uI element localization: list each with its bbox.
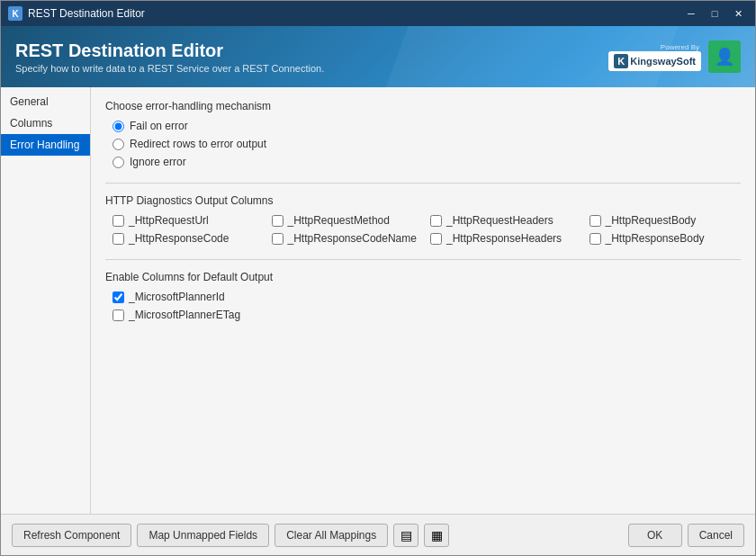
header-logo: Powered By K KingswaySoft 👤 bbox=[608, 40, 741, 73]
app-icon: K bbox=[8, 6, 22, 21]
divider-1 bbox=[105, 183, 741, 184]
table-icon: ▤ bbox=[400, 528, 412, 543]
httpResponseHeaders-label: _HttpResponseHeaders bbox=[446, 232, 562, 245]
ignore-error-radio[interactable] bbox=[112, 157, 124, 168]
title-bar-controls: ─ □ ✕ bbox=[681, 5, 748, 22]
radio-redirect-rows[interactable]: Redirect rows to error output bbox=[112, 138, 741, 150]
httpRequestUrl-label: _HttpRequestUrl bbox=[129, 214, 209, 227]
radio-fail-on-error[interactable]: Fail on error bbox=[112, 120, 741, 132]
grid-icon: ▦ bbox=[431, 528, 443, 543]
sidebar-item-columns[interactable]: Columns bbox=[1, 112, 90, 134]
default-output-label: Enable Columns for Default Output bbox=[105, 271, 741, 283]
checkbox-microsoftPlannerId[interactable]: _MicrosoftPlannerId bbox=[112, 291, 741, 303]
error-handling-section: Choose error-handling mechanism Fail on … bbox=[105, 100, 741, 168]
clear-all-mappings-button[interactable]: Clear All Mappings bbox=[274, 524, 388, 547]
httpRequestBody-label: _HttpRequestBody bbox=[606, 214, 697, 227]
header-title: REST Destination Editor bbox=[15, 40, 324, 61]
icon-button-1[interactable]: ▤ bbox=[393, 524, 418, 547]
title-bar-left: K REST Destination Editor bbox=[8, 6, 145, 21]
httpResponseCode-label: _HttpResponseCode bbox=[129, 232, 229, 245]
powered-by-text: Powered By bbox=[661, 43, 699, 51]
icon-button-2[interactable]: ▦ bbox=[424, 524, 449, 547]
httpResponseHeaders-checkbox[interactable] bbox=[430, 233, 442, 245]
error-handling-radio-group: Fail on error Redirect rows to error out… bbox=[112, 120, 741, 168]
sidebar-item-general[interactable]: General bbox=[1, 91, 90, 112]
fail-on-error-label: Fail on error bbox=[130, 120, 188, 132]
httpResponseBody-label: _HttpResponseBody bbox=[606, 232, 705, 245]
checkbox-microsoftPlannerETag[interactable]: _MicrosoftPlannerETag bbox=[112, 309, 741, 321]
httpRequestMethod-checkbox[interactable] bbox=[272, 215, 284, 227]
ignore-error-label: Ignore error bbox=[130, 156, 186, 168]
httpRequestBody-checkbox[interactable] bbox=[590, 215, 601, 227]
minimize-button[interactable]: ─ bbox=[681, 5, 701, 22]
error-handling-label: Choose error-handling mechanism bbox=[105, 100, 741, 112]
sidebar: General Columns Error Handling bbox=[1, 87, 91, 514]
sidebar-item-error-handling[interactable]: Error Handling bbox=[1, 134, 90, 156]
redirect-rows-radio[interactable] bbox=[112, 139, 124, 150]
httpResponseCodeName-checkbox[interactable] bbox=[272, 233, 284, 245]
brand-k-icon: K bbox=[614, 54, 628, 68]
checkbox-httpResponseCode[interactable]: _HttpResponseCode bbox=[112, 232, 265, 245]
footer-right: OK Cancel bbox=[628, 524, 744, 547]
microsoftPlannerETag-checkbox[interactable] bbox=[112, 309, 124, 321]
fail-on-error-radio[interactable] bbox=[112, 121, 124, 132]
httpRequestHeaders-label: _HttpRequestHeaders bbox=[446, 214, 554, 227]
maximize-button[interactable]: □ bbox=[705, 5, 724, 22]
main-content: General Columns Error Handling Choose er… bbox=[1, 87, 755, 514]
divider-2 bbox=[105, 259, 741, 260]
httpResponseBody-checkbox[interactable] bbox=[590, 233, 601, 245]
title-bar: K REST Destination Editor ─ □ ✕ bbox=[1, 1, 755, 26]
httpRequestMethod-label: _HttpRequestMethod bbox=[288, 214, 390, 227]
microsoftPlannerETag-label: _MicrosoftPlannerETag bbox=[129, 309, 240, 321]
http-diagnostics-label: HTTP Diagnostics Output Columns bbox=[105, 194, 741, 207]
footer: Refresh Component Map Unmapped Fields Cl… bbox=[1, 514, 755, 555]
http-diagnostics-grid: _HttpRequestUrl _HttpRequestMethod _Http… bbox=[112, 214, 741, 245]
header-banner: REST Destination Editor Specify how to w… bbox=[1, 26, 755, 87]
checkbox-httpResponseHeaders[interactable]: _HttpResponseHeaders bbox=[430, 232, 582, 245]
refresh-component-button[interactable]: Refresh Component bbox=[12, 524, 131, 547]
microsoftPlannerId-checkbox[interactable] bbox=[112, 291, 124, 303]
default-output-section: Enable Columns for Default Output _Micro… bbox=[105, 271, 741, 321]
httpResponseCode-checkbox[interactable] bbox=[112, 233, 124, 245]
default-output-checkboxes: _MicrosoftPlannerId _MicrosoftPlannerETa… bbox=[112, 291, 741, 321]
footer-left: Refresh Component Map Unmapped Fields Cl… bbox=[12, 524, 449, 547]
checkbox-httpRequestHeaders[interactable]: _HttpRequestHeaders bbox=[430, 214, 582, 227]
brand-name: KingswaySoft bbox=[630, 56, 696, 67]
checkbox-httpRequestUrl[interactable]: _HttpRequestUrl bbox=[112, 214, 265, 227]
httpRequestUrl-checkbox[interactable] bbox=[112, 215, 124, 227]
ok-button[interactable]: OK bbox=[628, 524, 682, 547]
header-subtitle: Specify how to write data to a REST Serv… bbox=[15, 63, 324, 74]
checkbox-httpRequestBody[interactable]: _HttpRequestBody bbox=[590, 214, 742, 227]
checkbox-httpResponseBody[interactable]: _HttpResponseBody bbox=[590, 232, 742, 245]
http-diagnostics-section: HTTP Diagnostics Output Columns _HttpReq… bbox=[105, 194, 741, 245]
cancel-button[interactable]: Cancel bbox=[688, 524, 744, 547]
user-button[interactable]: 👤 bbox=[708, 40, 741, 73]
redirect-rows-label: Redirect rows to error output bbox=[130, 138, 266, 150]
checkbox-httpRequestMethod[interactable]: _HttpRequestMethod bbox=[272, 214, 424, 227]
microsoftPlannerId-label: _MicrosoftPlannerId bbox=[129, 291, 225, 303]
map-unmapped-fields-button[interactable]: Map Unmapped Fields bbox=[137, 524, 269, 547]
httpRequestHeaders-checkbox[interactable] bbox=[430, 215, 442, 227]
httpResponseCodeName-label: _HttpResponseCodeName bbox=[288, 232, 417, 245]
content-area: Choose error-handling mechanism Fail on … bbox=[91, 87, 755, 514]
brand-logo: K KingswaySoft bbox=[608, 51, 701, 71]
close-button[interactable]: ✕ bbox=[728, 5, 748, 22]
checkbox-httpResponseCodeName[interactable]: _HttpResponseCodeName bbox=[272, 232, 424, 245]
header-text: REST Destination Editor Specify how to w… bbox=[15, 40, 324, 74]
radio-ignore-error[interactable]: Ignore error bbox=[112, 156, 741, 168]
title-bar-title: REST Destination Editor bbox=[28, 7, 145, 20]
